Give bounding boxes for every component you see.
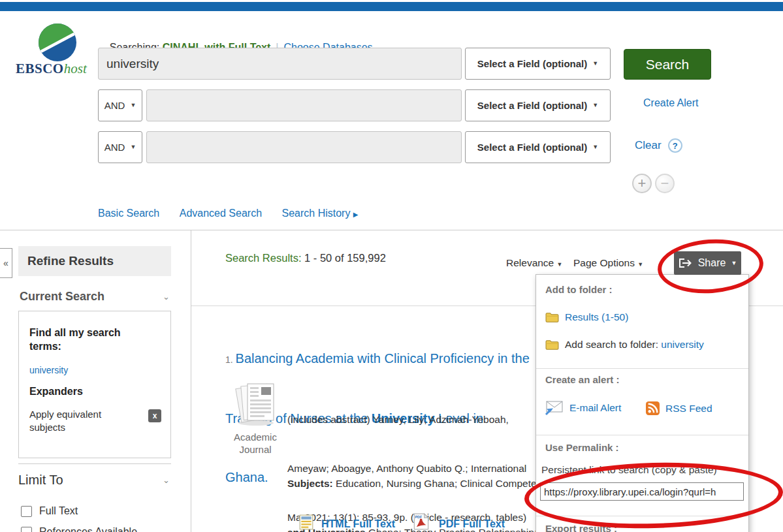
current-search-panel: Find all my search terms: university Exp… <box>18 311 171 458</box>
svg-text:PDF: PDF <box>415 515 423 519</box>
menu-divider <box>536 516 748 516</box>
create-alert-link[interactable]: Create Alert <box>643 97 698 109</box>
search-button[interactable]: Search <box>624 49 711 80</box>
limit-to-title: Limit To <box>18 473 63 488</box>
share-icon <box>679 258 693 268</box>
ebsco-logo-wordmark: EBSCOhost <box>16 61 87 77</box>
boolean-select-1[interactable]: AND▼ <box>98 89 142 121</box>
search-history-label: Search History <box>281 208 350 219</box>
source-type-label: Academic Journal <box>223 431 288 456</box>
clear-link[interactable]: Clear <box>635 139 662 152</box>
help-icon[interactable]: ? <box>668 138 682 153</box>
chevron-down-icon: ▼ <box>592 61 598 67</box>
limit-to-section[interactable]: Limit To ⌄ <box>18 473 170 488</box>
field-select-3-label: Select a Field (optional) <box>477 142 587 153</box>
expanders-label: Expanders <box>29 386 83 398</box>
limiter-references: References Available <box>21 526 137 532</box>
source-type-line1: Academic <box>223 431 288 443</box>
field-select-2-label: Select a Field (optional) <box>477 100 587 111</box>
chevron-collapse-icon[interactable]: ⌄ <box>163 292 170 302</box>
create-alert-heading: Create an alert : <box>545 374 619 385</box>
current-search-title: Current Search <box>20 290 104 304</box>
search-term-link[interactable]: university <box>29 365 68 375</box>
logo-ebsco-text: EBSCO <box>16 61 64 76</box>
boolean-select-2[interactable]: AND▼ <box>98 131 142 163</box>
chevron-down-icon: ▼ <box>130 102 136 108</box>
menu-divider <box>536 368 748 369</box>
permalink-hint: Persistent link to search (copy & paste) <box>541 464 717 476</box>
remove-expander-button[interactable]: x <box>148 409 161 422</box>
page-options-label: Page Options <box>573 257 635 268</box>
html-full-text-link[interactable]: HTML Full Text <box>321 518 395 530</box>
full-text-label: Full Text <box>39 505 78 517</box>
folder-icon <box>545 312 559 323</box>
page-options-dropdown[interactable]: Page Options ▼ <box>573 257 643 269</box>
search-input-3[interactable] <box>146 131 462 163</box>
chevron-down-icon: ▼ <box>592 144 598 150</box>
logo-host-text: host <box>64 61 87 76</box>
permalink-input[interactable] <box>540 482 744 501</box>
references-available-label: References Available <box>39 526 137 532</box>
citation-line1: (includes abstract) Yarney, Lily; Adzima… <box>287 411 526 428</box>
basic-search-link[interactable]: Basic Search <box>98 208 159 219</box>
search-input-1[interactable] <box>98 48 462 80</box>
advanced-search-link[interactable]: Advanced Search <box>180 208 262 219</box>
use-permalink-heading: Use Permalink : <box>545 442 619 453</box>
add-to-folder-heading: Add to folder : <box>545 284 612 295</box>
references-available-checkbox[interactable] <box>21 527 32 532</box>
menu-divider <box>536 435 748 435</box>
academic-journal-icon <box>230 380 281 431</box>
results-count-value: 1 - 50 of 159,992 <box>301 252 385 264</box>
subjects-label: Subjects: <box>287 478 336 489</box>
share-button[interactable]: Share ▼ <box>674 251 741 275</box>
boolean-select-1-label: AND <box>104 100 125 111</box>
full-text-checkbox[interactable] <box>21 506 32 517</box>
add-row-button[interactable]: + <box>632 174 652 193</box>
results-count-label: Search Results: <box>225 252 301 264</box>
remove-row-button[interactable]: − <box>655 174 675 193</box>
email-alert-link[interactable]: E-mail Alert <box>544 400 621 416</box>
sidebar-section-divider <box>18 463 171 464</box>
sidebar-divider <box>191 230 191 532</box>
share-label: Share <box>698 257 726 269</box>
results-folder-label: Results (1-50) <box>565 311 628 323</box>
search-input-2[interactable] <box>146 89 462 121</box>
chevron-down-icon: ▼ <box>637 261 643 268</box>
chevron-down-icon: ▼ <box>557 261 563 268</box>
chevron-collapse-icon[interactable]: ⌄ <box>163 475 170 485</box>
collapse-sidebar-button[interactable]: « <box>0 248 12 278</box>
boolean-select-2-label: AND <box>104 142 125 153</box>
find-terms-label: Find all my search terms: <box>29 326 134 353</box>
share-menu: Add to folder : Results (1-50) Add searc… <box>535 274 749 532</box>
ebscohost-results-page: EBSCOhost Searching: CINAHL with Full Te… <box>0 0 783 532</box>
export-results-heading: Export results : <box>545 523 617 532</box>
field-select-1[interactable]: Select a Field (optional)▼ <box>465 48 611 80</box>
html-full-text-icon <box>299 514 313 532</box>
search-history-link[interactable]: Search History ▶ <box>281 208 358 219</box>
add-results-to-folder-link[interactable]: Results (1-50) <box>545 311 628 323</box>
result-title-line3: Ghana. <box>225 470 268 484</box>
refine-results-header: Refine Results <box>18 246 171 276</box>
ebsco-logo-icon <box>37 22 78 65</box>
search-mode-links: Basic Search Advanced Search Search Hist… <box>98 208 359 219</box>
result-title-line1: Balancing Academia with Clinical Profici… <box>236 351 530 366</box>
field-select-2[interactable]: Select a Field (optional)▼ <box>465 89 611 121</box>
result-number: 1. <box>225 354 236 365</box>
refine-results-title: Refine Results <box>18 254 114 268</box>
add-search-term: university <box>661 339 703 350</box>
header-divider <box>0 230 783 230</box>
pdf-full-text-icon: PDF <box>413 513 429 532</box>
folder-icon <box>545 339 559 351</box>
add-search-to-folder-link[interactable]: Add search to folder: university <box>545 339 704 351</box>
chevron-down-icon: ▼ <box>592 102 598 108</box>
sort-dropdown[interactable]: Relevance ▼ <box>506 257 562 269</box>
field-select-3[interactable]: Select a Field (optional)▼ <box>465 131 611 163</box>
sort-label: Relevance <box>506 257 554 268</box>
email-alert-icon <box>544 400 564 416</box>
chevron-down-icon: ▼ <box>130 144 136 150</box>
email-alert-label: E-mail Alert <box>569 402 621 414</box>
rss-feed-link[interactable]: RSS Feed <box>646 401 712 415</box>
pdf-full-text-link[interactable]: PDF Full Text <box>439 518 505 530</box>
rss-feed-icon <box>646 401 660 415</box>
current-search-section[interactable]: Current Search ⌄ <box>20 290 170 304</box>
